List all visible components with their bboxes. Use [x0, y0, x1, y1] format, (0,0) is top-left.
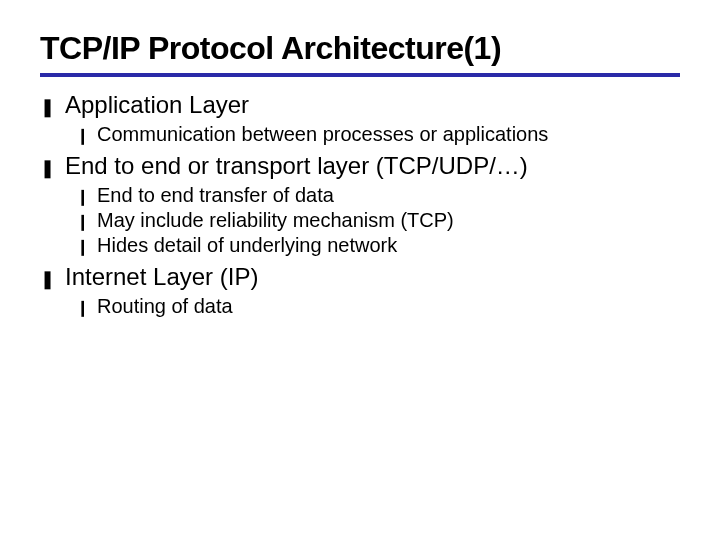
section: ❚ Application Layer ❙ Communication betw… — [40, 91, 680, 146]
sub-item: ❙ Communication between processes or app… — [76, 123, 680, 146]
sub-item-text: Routing of data — [97, 295, 233, 318]
sub-item-text: End to end transfer of data — [97, 184, 334, 207]
sub-item-text: Communication between processes or appli… — [97, 123, 548, 146]
section-heading: End to end or transport layer (TCP/UDP/…… — [65, 152, 528, 180]
section: ❚ Internet Layer (IP) ❙ Routing of data — [40, 263, 680, 318]
section-heading: Internet Layer (IP) — [65, 263, 258, 291]
sub-item: ❙ May include reliability mechanism (TCP… — [76, 209, 680, 232]
sub-item: ❙ Routing of data — [76, 295, 680, 318]
slide-title: TCP/IP Protocol Architecture(1) — [40, 30, 680, 77]
bullet-level2-icon: ❙ — [76, 187, 89, 206]
section-heading: Application Layer — [65, 91, 249, 119]
section: ❚ End to end or transport layer (TCP/UDP… — [40, 152, 680, 257]
bullet-level2-icon: ❙ — [76, 237, 89, 256]
bullet-level2-icon: ❙ — [76, 298, 89, 317]
bullet-level2-icon: ❙ — [76, 212, 89, 231]
bullet-level1-icon: ❚ — [40, 157, 55, 179]
bullet-level1-icon: ❚ — [40, 268, 55, 290]
sub-item-text: May include reliability mechanism (TCP) — [97, 209, 454, 232]
section-heading-row: ❚ End to end or transport layer (TCP/UDP… — [40, 152, 680, 180]
sub-item-text: Hides detail of underlying network — [97, 234, 397, 257]
section-heading-row: ❚ Internet Layer (IP) — [40, 263, 680, 291]
sub-item: ❙ End to end transfer of data — [76, 184, 680, 207]
section-heading-row: ❚ Application Layer — [40, 91, 680, 119]
sub-item: ❙ Hides detail of underlying network — [76, 234, 680, 257]
bullet-level1-icon: ❚ — [40, 96, 55, 118]
bullet-level2-icon: ❙ — [76, 126, 89, 145]
